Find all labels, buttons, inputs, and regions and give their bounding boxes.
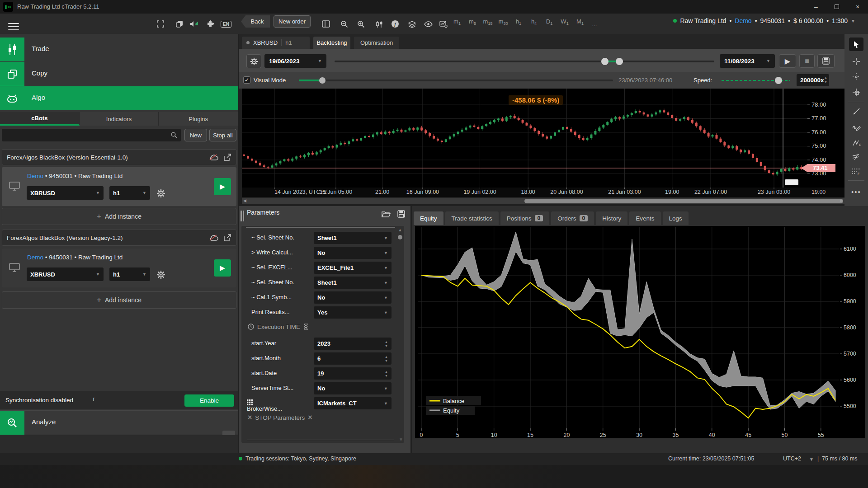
scroll-left-icon[interactable]: ◀ bbox=[243, 198, 246, 203]
chart-type-candles-icon[interactable] bbox=[373, 19, 385, 29]
backtest-start-date[interactable]: 19/06/2023▼ bbox=[264, 54, 326, 68]
instance-settings-gear-icon[interactable] bbox=[156, 270, 165, 279]
tab-equity[interactable]: Equity bbox=[414, 211, 443, 225]
run-instance-button[interactable]: ▶ bbox=[214, 178, 231, 195]
add-instance-button[interactable]: +Add instance bbox=[2, 208, 236, 225]
enable-sync-button[interactable]: Enable bbox=[184, 394, 234, 407]
scroll-down-icon[interactable]: ▼ bbox=[399, 437, 403, 442]
cbot-instance[interactable]: Demo • 9450031 • Raw Trading LtdXBRUSD▼h… bbox=[2, 249, 236, 287]
visual-mode-checkbox[interactable]: ✓ bbox=[243, 76, 250, 84]
indicators-f-icon[interactable]: f bbox=[389, 19, 401, 29]
tab-events[interactable]: Events bbox=[629, 211, 660, 225]
timeframe-h4[interactable]: h4 bbox=[527, 18, 541, 30]
timezone-caret[interactable]: ▼ bbox=[809, 457, 814, 462]
cbot-instance[interactable]: Demo • 9450031 • Raw Trading LtdXBRUSD▼h… bbox=[2, 167, 236, 206]
timeframe-h1[interactable]: h1 bbox=[512, 18, 525, 30]
more-timeframes-button[interactable]: ... bbox=[588, 18, 601, 30]
backtest-settings-button[interactable] bbox=[246, 54, 261, 68]
section-execution-time[interactable]: Execution TIME bbox=[241, 320, 404, 333]
param-select[interactable]: Sheet1▼ bbox=[314, 277, 392, 289]
spinner-arrows-icon[interactable]: ▲▼ bbox=[385, 370, 388, 378]
tab-symbol[interactable]: XBRUSD h1 bbox=[242, 37, 310, 49]
run-instance-button[interactable]: ▶ bbox=[214, 259, 231, 277]
layers-icon[interactable] bbox=[406, 19, 418, 29]
workspace-icon[interactable] bbox=[174, 19, 185, 29]
tab-orders[interactable]: Orders0 bbox=[551, 211, 594, 225]
chart-layout-icon[interactable] bbox=[320, 19, 332, 29]
param-select[interactable]: No▼ bbox=[314, 247, 392, 259]
speed-slider[interactable] bbox=[722, 80, 790, 81]
param-select[interactable]: Yes▼ bbox=[314, 306, 392, 319]
speed-handle[interactable] bbox=[775, 77, 782, 84]
plugins-puzzle-icon[interactable] bbox=[204, 19, 216, 29]
chart-horizontal-scrollbar[interactable]: ◀ ▶ bbox=[242, 198, 844, 204]
progress-handle[interactable] bbox=[319, 77, 326, 84]
timeframe-m5[interactable]: m5 bbox=[466, 18, 479, 30]
play-button[interactable]: ▶ bbox=[779, 54, 796, 68]
cbot-header[interactable]: ForexAlgos BlackBox (Version Essential-1… bbox=[2, 149, 236, 165]
maximize-button[interactable] bbox=[826, 0, 847, 14]
share-icon[interactable] bbox=[224, 154, 231, 161]
zoom-in-icon[interactable] bbox=[355, 19, 367, 29]
cbot-header[interactable]: ForexAlgos BlackBox (Version Legacy-1.2) bbox=[2, 230, 236, 246]
account-info[interactable]: Raw Trading Ltd• Demo• 9450031• $ 6 000.… bbox=[673, 17, 855, 24]
timeframe-M1[interactable]: M1 bbox=[573, 18, 587, 30]
range-start-handle[interactable] bbox=[601, 58, 609, 65]
cloud-off-icon[interactable] bbox=[208, 154, 218, 161]
tab-indicators[interactable]: Indicators bbox=[80, 112, 159, 126]
fibonacci-tool[interactable] bbox=[849, 150, 863, 164]
progress-slider[interactable] bbox=[299, 80, 613, 81]
range-end-handle[interactable] bbox=[616, 58, 623, 65]
timeframe-m1[interactable]: m1 bbox=[450, 18, 464, 30]
new-cbot-button[interactable]: New bbox=[184, 129, 207, 141]
tab-trade-statistics[interactable]: Trade statistics bbox=[445, 211, 499, 225]
sidebar-item-trade[interactable]: Trade bbox=[0, 38, 238, 61]
close-button[interactable]: × bbox=[847, 0, 868, 14]
backtest-end-date[interactable]: 11/08/2023▼ bbox=[720, 54, 775, 68]
visibility-eye-icon[interactable] bbox=[422, 19, 434, 29]
param-select[interactable]: No▼ bbox=[314, 291, 392, 304]
timeframe-W1[interactable]: W1 bbox=[558, 18, 571, 30]
panel-drag-handle[interactable] bbox=[241, 211, 242, 221]
instance-symbol-select[interactable]: XBRUSD▼ bbox=[27, 267, 104, 281]
trendline-tool[interactable] bbox=[849, 104, 863, 118]
menu-icon[interactable] bbox=[8, 21, 19, 33]
instance-timeframe-select[interactable]: h1▼ bbox=[109, 267, 150, 281]
report-button[interactable] bbox=[817, 54, 835, 68]
param-select[interactable]: No▼ bbox=[314, 382, 392, 394]
account-dropdown-caret[interactable]: ▼ bbox=[851, 19, 855, 23]
zoom-out-icon[interactable] bbox=[338, 19, 350, 29]
timezone-selector[interactable]: UTC+2 bbox=[783, 455, 801, 462]
spinner-arrows-icon[interactable]: ▲▼ bbox=[824, 75, 827, 84]
section-stop-parameters[interactable]: ×STOP Parameters× bbox=[241, 411, 404, 424]
fullscreen-icon[interactable] bbox=[155, 19, 166, 29]
cbots-search-input[interactable] bbox=[2, 129, 181, 141]
language-badge[interactable]: EN bbox=[219, 19, 233, 29]
scroll-right-icon[interactable]: ▶ bbox=[840, 198, 843, 203]
param-number-input[interactable]: 2023▲▼ bbox=[314, 338, 392, 350]
sound-icon[interactable] bbox=[188, 19, 200, 29]
spinner-arrows-icon[interactable]: ▲▼ bbox=[385, 355, 388, 363]
tab-positions[interactable]: Positions0 bbox=[500, 211, 549, 225]
instance-settings-gear-icon[interactable] bbox=[156, 189, 165, 198]
elliott-wave-tool[interactable]: É bbox=[849, 136, 863, 150]
chart-settings-icon[interactable] bbox=[438, 19, 449, 29]
stop-all-button[interactable]: Stop all bbox=[209, 129, 236, 141]
param-select[interactable]: EXCEL_File1▼ bbox=[314, 262, 392, 274]
add-instance-button[interactable]: +Add instance bbox=[2, 291, 236, 309]
timeframe-m15[interactable]: m15 bbox=[481, 18, 495, 30]
speed-value-spinner[interactable]: 200000x ▲▼ bbox=[797, 74, 829, 86]
tab-optimisation[interactable]: Optimisation bbox=[354, 37, 399, 49]
target-tool[interactable] bbox=[849, 85, 863, 99]
param-number-input[interactable]: 6▲▼ bbox=[314, 352, 392, 365]
backtest-range-slider[interactable] bbox=[335, 61, 714, 62]
sidebar-item-algo[interactable]: Algo bbox=[0, 86, 238, 110]
sidebar-item-analyze[interactable]: Analyze bbox=[0, 410, 238, 434]
instance-symbol-select[interactable]: XBRUSD▼ bbox=[27, 186, 104, 200]
back-button[interactable]: Back bbox=[241, 15, 270, 28]
param-select[interactable]: Sheet1▼ bbox=[314, 232, 392, 244]
price-chart[interactable]: 14 Jun 2023, UTC+215 Jun 05:0021:0016 Ju… bbox=[242, 89, 844, 197]
more-tools-button[interactable]: ••• bbox=[849, 185, 863, 198]
new-order-button[interactable]: New order bbox=[274, 15, 311, 28]
tab-backtesting[interactable]: Backtesting bbox=[313, 37, 350, 49]
